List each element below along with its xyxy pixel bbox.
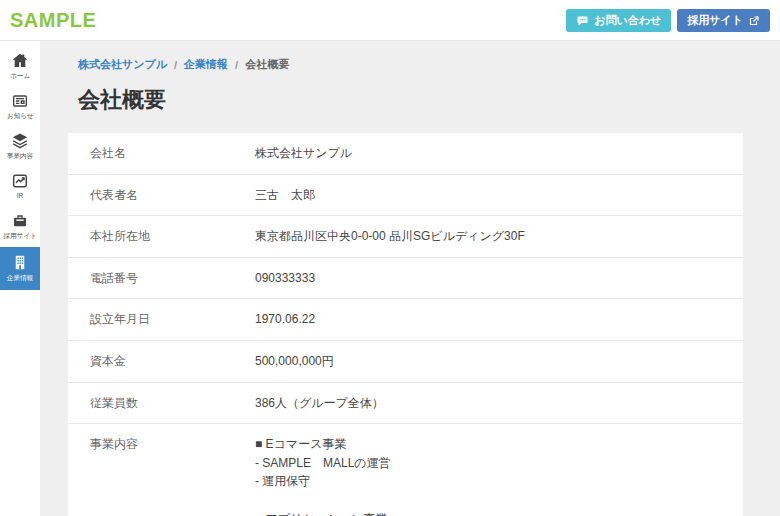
table-row: 資本金 500,000,000円: [68, 341, 743, 383]
sidebar-item-company[interactable]: 企業情報: [0, 247, 40, 290]
sidebar-item-label: ホーム: [10, 73, 30, 80]
row-label: 事業内容: [68, 424, 255, 516]
table-row: 会社名 株式会社サンプル: [68, 133, 743, 175]
main-content: 株式会社サンプル / 企業情報 / 会社概要 会社概要 会社名 株式会社サンプル…: [40, 41, 780, 516]
breadcrumb-separator: /: [174, 59, 177, 71]
site-logo[interactable]: SAMPLE: [10, 9, 96, 32]
row-label: 資本金: [68, 341, 255, 382]
page-title: 会社概要: [78, 85, 780, 115]
sidebar-item-label: 企業情報: [7, 274, 33, 281]
row-value: 東京都品川区中央0-0-00 品川SGビルディング30F: [255, 216, 743, 257]
row-value: 株式会社サンプル: [255, 133, 743, 174]
sidebar-nav: ホーム お知らせ 事業内容 IR 採用サイト 企業情報: [0, 41, 40, 516]
briefcase-icon: [11, 213, 29, 229]
row-value: 500,000,000円: [255, 341, 743, 382]
sidebar-item-business[interactable]: 事業内容: [0, 127, 40, 167]
company-overview-table: 会社名 株式会社サンプル 代表者名 三古 太郎 本社所在地 東京都品川区中央0-…: [68, 133, 743, 516]
row-value: 三古 太郎: [255, 175, 743, 216]
contact-button-label: お問い合わせ: [594, 13, 661, 28]
breadcrumb: 株式会社サンプル / 企業情報 / 会社概要: [78, 57, 780, 72]
sidebar-item-home[interactable]: ホーム: [0, 47, 40, 87]
table-row: 代表者名 三古 太郎: [68, 175, 743, 217]
external-link-icon: [748, 15, 760, 27]
table-row: 電話番号 090333333: [68, 258, 743, 300]
home-icon: [11, 52, 29, 69]
row-value: 090333333: [255, 258, 743, 299]
layers-icon: [11, 132, 29, 149]
contact-button[interactable]: お問い合わせ: [566, 9, 671, 32]
line-chart-icon: [11, 173, 29, 189]
header-buttons: お問い合わせ 採用サイト: [566, 9, 770, 32]
speech-bubble-icon: [576, 15, 589, 27]
sidebar-item-label: お知らせ: [7, 112, 34, 119]
app-header: SAMPLE お問い合わせ 採用サイト: [0, 0, 780, 41]
recruit-site-button[interactable]: 採用サイト: [677, 9, 770, 32]
sidebar-item-news[interactable]: お知らせ: [0, 87, 40, 127]
sidebar-item-recruit[interactable]: 採用サイト: [0, 207, 40, 247]
table-row: 本社所在地 東京都品川区中央0-0-00 品川SGビルディング30F: [68, 216, 743, 258]
table-row: 設立年月日 1970.06.22: [68, 299, 743, 341]
table-row: 事業内容 ■ Eコマース事業 - SAMPLE MALLの運営 - 運用保守 ■…: [68, 424, 743, 516]
breadcrumb-link-company-top[interactable]: 株式会社サンプル: [78, 57, 167, 72]
row-value: 386人（グループ全体）: [255, 383, 743, 424]
row-value: ■ Eコマース事業 - SAMPLE MALLの運営 - 運用保守 ■ アプリケ…: [255, 424, 743, 516]
breadcrumb-link-company-info[interactable]: 企業情報: [184, 57, 228, 72]
row-label: 代表者名: [68, 175, 255, 216]
sidebar-item-label: 事業内容: [7, 153, 33, 160]
breadcrumb-separator: /: [235, 59, 238, 71]
sidebar-item-ir[interactable]: IR: [0, 167, 40, 207]
row-label: 本社所在地: [68, 216, 255, 257]
news-icon: [11, 93, 29, 109]
row-label: 設立年月日: [68, 299, 255, 340]
row-label: 従業員数: [68, 383, 255, 424]
breadcrumb-current: 会社概要: [245, 57, 289, 72]
row-value: 1970.06.22: [255, 299, 743, 340]
row-label: 会社名: [68, 133, 255, 174]
table-row: 従業員数 386人（グループ全体）: [68, 383, 743, 425]
sidebar-item-label: IR: [17, 192, 24, 199]
office-building-icon: [11, 254, 29, 271]
sidebar-item-label: 採用サイト: [3, 232, 36, 239]
row-label: 電話番号: [68, 258, 255, 299]
recruit-button-label: 採用サイト: [687, 13, 743, 28]
